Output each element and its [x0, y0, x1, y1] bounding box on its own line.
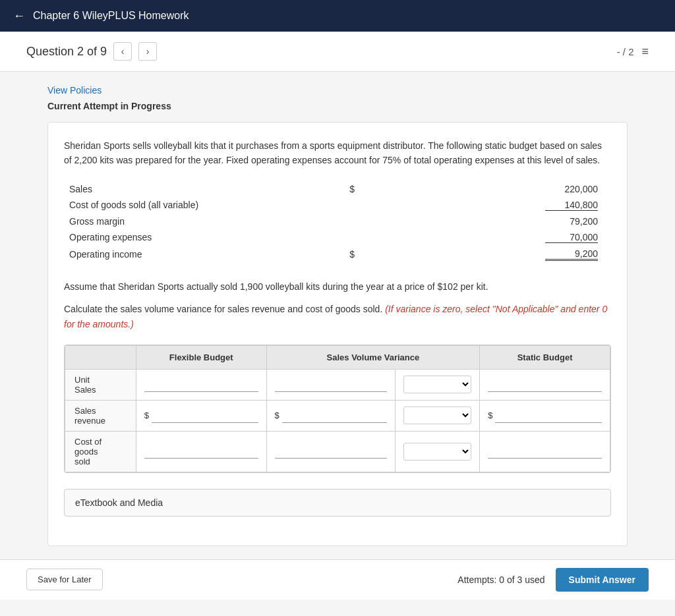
calc-text: Calculate the sales volume variance for …	[64, 302, 611, 331]
question-text: Sheridan Sports sells volleyball kits th…	[64, 138, 611, 168]
col-header-static: Static Budget	[480, 345, 610, 369]
budget-table: Sales $ 220,000 Cost of goods sold (all …	[64, 181, 611, 264]
budget-dollar-opex	[338, 229, 357, 246]
row-label-unit-sales: Unit Sales	[65, 369, 136, 400]
svv-select-cost-goods-sold-dropdown[interactable]: Favorable Unfavorable Not Applicable	[403, 443, 471, 461]
flexible-unit-sales-input[interactable]	[144, 378, 258, 392]
etextbook-label: eTextbook and Media	[75, 497, 163, 508]
budget-label-cogs: Cost of goods sold (all variable)	[64, 197, 338, 213]
budget-label-sales: Sales	[64, 181, 338, 197]
footer-right: Attempts: 0 of 3 used Submit Answer	[457, 568, 649, 592]
question-label: Question 2 of 9	[26, 45, 107, 59]
budget-value-gross: 79,200	[357, 213, 611, 229]
budget-label-opincome: Operating income	[64, 246, 338, 264]
question-nav: Question 2 of 9 ‹ ›	[26, 42, 157, 61]
col-header-flexible: Flexible Budget	[136, 345, 266, 369]
question-box: Sheridan Sports sells volleyball kits th…	[47, 122, 628, 546]
question-score-area: - / 2 ≡	[617, 45, 649, 59]
submit-answer-button[interactable]: Submit Answer	[556, 568, 649, 592]
save-later-button[interactable]: Save for Later	[26, 569, 103, 590]
flexible-cost-goods-sold-input[interactable]	[144, 444, 258, 459]
view-policies-link[interactable]: View Policies	[47, 85, 628, 96]
attempt-label: Current Attempt in Progress	[47, 101, 628, 111]
calc-text-prefix: Calculate the sales volume variance for …	[64, 304, 382, 314]
flexible-sales-revenue[interactable]: $	[136, 400, 266, 431]
etextbook-section: eTextbook and Media	[64, 489, 611, 517]
budget-value-opincome: 9,200	[357, 246, 611, 264]
list-icon[interactable]: ≡	[641, 45, 649, 59]
static-sales-revenue-input[interactable]	[495, 408, 602, 423]
prev-question-button[interactable]: ‹	[113, 42, 132, 61]
budget-label-gross: Gross margin	[64, 213, 338, 229]
flexible-sales-revenue-input[interactable]	[152, 408, 258, 423]
answer-table-wrapper: Flexible Budget Sales Volume Variance St…	[64, 345, 611, 473]
attempts-text: Attempts: 0 of 3 used	[457, 574, 544, 585]
static-unit-sales[interactable]	[480, 369, 610, 400]
table-row-cost-goods-sold: Cost of goods sold Favorable Unfavorable	[65, 431, 610, 472]
col-header-empty	[65, 345, 136, 369]
static-cost-goods-sold-input[interactable]	[488, 444, 602, 459]
score-text: - / 2	[617, 46, 634, 57]
static-sales-revenue[interactable]: $	[480, 400, 610, 431]
budget-dollar-gross	[338, 213, 357, 229]
table-row-sales-revenue: Sales revenue $ $	[65, 400, 610, 431]
next-question-button[interactable]: ›	[138, 42, 157, 61]
budget-value-cogs: 140,800	[357, 197, 611, 213]
dollar-sign-svv-sales: $	[275, 410, 279, 420]
question-header: Question 2 of 9 ‹ › - / 2 ≡	[0, 32, 675, 72]
svv-select-sales-revenue-dropdown[interactable]: Favorable Unfavorable Not Applicable	[403, 406, 471, 424]
page-title: Chapter 6 WileyPLUS Homework	[33, 10, 189, 22]
main-content: View Policies Current Attempt in Progres…	[21, 72, 654, 559]
static-cost-goods-sold[interactable]	[480, 431, 610, 472]
svv-amount-sales-revenue[interactable]: $	[266, 400, 396, 431]
flexible-cost-goods-sold[interactable]	[136, 431, 266, 472]
back-arrow-icon[interactable]: ←	[13, 9, 25, 23]
dollar-sign-flex-sales: $	[144, 410, 149, 420]
svv-amount-unit-sales[interactable]	[266, 369, 396, 400]
svv-amount-cost-goods-sold[interactable]	[266, 431, 396, 472]
budget-row-gross: Gross margin 79,200	[64, 213, 611, 229]
top-nav: ← Chapter 6 WileyPLUS Homework	[0, 0, 675, 32]
svv-select-cost-goods-sold[interactable]: Favorable Unfavorable Not Applicable	[396, 431, 480, 472]
budget-value-opex: 70,000	[357, 229, 611, 246]
svv-amount-sales-revenue-input[interactable]	[282, 408, 387, 423]
table-row-unit-sales: Unit Sales Favorable Unfavorable	[65, 369, 610, 400]
col-header-svv: Sales Volume Variance	[266, 345, 480, 369]
budget-label-opex: Operating expenses	[64, 229, 338, 246]
svv-select-sales-revenue[interactable]: Favorable Unfavorable Not Applicable	[396, 400, 480, 431]
row-label-sales-revenue: Sales revenue	[65, 400, 136, 431]
svv-select-unit-sales[interactable]: Favorable Unfavorable Not Applicable	[396, 369, 480, 400]
svv-select-unit-sales-dropdown[interactable]: Favorable Unfavorable Not Applicable	[403, 376, 471, 393]
svv-amount-cost-goods-sold-input[interactable]	[275, 444, 388, 459]
budget-value-sales: 220,000	[357, 181, 611, 197]
row-label-cost-goods-sold: Cost of goods sold	[65, 431, 136, 472]
dollar-sign-static-sales: $	[488, 410, 492, 420]
scenario-text: Assume that Sheridan Sports actually sol…	[64, 279, 611, 294]
budget-row-sales: Sales $ 220,000	[64, 181, 611, 197]
budget-row-opex: Operating expenses 70,000	[64, 229, 611, 246]
svv-amount-unit-sales-input[interactable]	[275, 378, 388, 392]
flexible-unit-sales[interactable]	[136, 369, 266, 400]
budget-dollar-sales: $	[338, 181, 357, 197]
budget-dollar-cogs	[338, 197, 357, 213]
static-unit-sales-input[interactable]	[488, 378, 602, 392]
budget-dollar-opincome: $	[338, 246, 357, 264]
footer-bar: Save for Later Attempts: 0 of 3 used Sub…	[0, 559, 675, 600]
budget-row-opincome: Operating income $ 9,200	[64, 246, 611, 264]
answer-table: Flexible Budget Sales Volume Variance St…	[65, 345, 610, 472]
budget-row-cogs: Cost of goods sold (all variable) 140,80…	[64, 197, 611, 213]
